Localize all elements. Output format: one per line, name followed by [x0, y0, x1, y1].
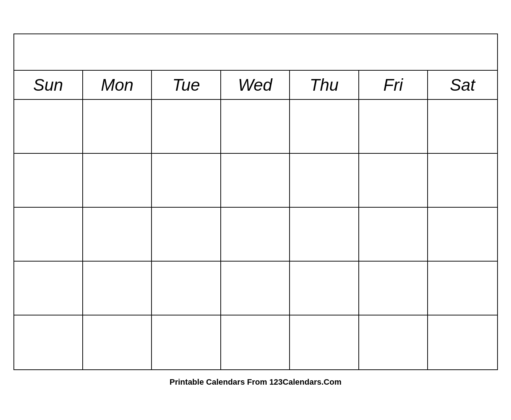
calendar-wrapper: Sun Mon Tue Wed Thu Fri Sat: [13, 34, 498, 387]
header-thursday: Thu: [290, 71, 359, 99]
cell-r2-tue: [152, 154, 221, 207]
cell-r1-sat: [428, 100, 497, 153]
cell-r4-thu: [290, 262, 359, 315]
header-friday: Fri: [359, 71, 428, 99]
cell-r1-fri: [359, 100, 428, 153]
cell-r5-fri: [359, 315, 428, 369]
cell-r3-fri: [359, 208, 428, 261]
cell-r5-mon: [83, 315, 152, 369]
calendar-row-4: [14, 262, 497, 315]
cell-r3-tue: [152, 208, 221, 261]
cell-r2-sun: [14, 154, 83, 207]
cell-r3-sun: [14, 208, 83, 261]
cell-r5-sun: [14, 315, 83, 369]
cell-r3-mon: [83, 208, 152, 261]
cell-r3-wed: [221, 208, 290, 261]
cell-r2-wed: [221, 154, 290, 207]
calendar-container: Sun Mon Tue Wed Thu Fri Sat: [13, 34, 498, 370]
header-sunday: Sun: [14, 71, 83, 99]
cell-r4-wed: [221, 262, 290, 315]
cell-r1-sun: [14, 100, 83, 153]
cell-r4-tue: [152, 262, 221, 315]
footer: Printable Calendars From 123Calendars.Co…: [170, 377, 342, 387]
calendar-row-5: [14, 315, 497, 369]
cell-r5-tue: [152, 315, 221, 369]
cell-r4-sat: [428, 262, 497, 315]
cell-r5-sat: [428, 315, 497, 369]
calendar-rows: [14, 100, 497, 369]
cell-r1-wed: [221, 100, 290, 153]
header-saturday: Sat: [428, 71, 497, 99]
cell-r4-mon: [83, 262, 152, 315]
cell-r2-thu: [290, 154, 359, 207]
cell-r4-sun: [14, 262, 83, 315]
cell-r5-wed: [221, 315, 290, 369]
cell-r4-fri: [359, 262, 428, 315]
footer-normal-text: Printable Calendars From: [170, 377, 270, 386]
header-wednesday: Wed: [221, 71, 290, 99]
calendar-title-area: [14, 34, 497, 71]
calendar-row-1: [14, 100, 497, 154]
cell-r2-mon: [83, 154, 152, 207]
cell-r3-thu: [290, 208, 359, 261]
calendar-row-2: [14, 154, 497, 208]
cell-r2-sat: [428, 154, 497, 207]
footer-bold-text: 123Calendars.Com: [269, 377, 341, 386]
cell-r1-thu: [290, 100, 359, 153]
cell-r5-thu: [290, 315, 359, 369]
day-headers-row: Sun Mon Tue Wed Thu Fri Sat: [14, 71, 497, 100]
header-monday: Mon: [83, 71, 152, 99]
header-tuesday: Tue: [152, 71, 221, 99]
cell-r3-sat: [428, 208, 497, 261]
cell-r1-tue: [152, 100, 221, 153]
cell-r1-mon: [83, 100, 152, 153]
calendar-row-3: [14, 208, 497, 262]
cell-r2-fri: [359, 154, 428, 207]
